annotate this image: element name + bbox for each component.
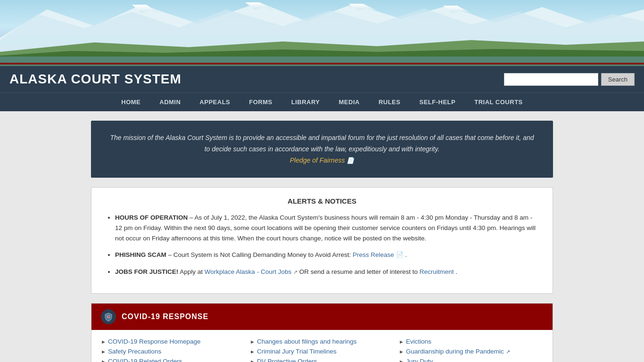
arrow-icon: ► [250,339,255,345]
hero-banner [0,0,644,66]
pledge-link[interactable]: Pledge of Fairness [290,156,345,164]
covid-shield-icon [101,309,116,324]
nav-item-forms[interactable]: FORMS [239,93,281,111]
list-item: ►Safety Precautions [101,346,245,356]
alert-label-phishing: PHISHING SCAM [115,251,166,258]
alert-item-hours: HOURS OF OPERATION – As of July 1, 2022,… [115,213,538,243]
covid-link[interactable]: Safety Precautions [108,348,161,355]
alerts-box: ALERTS & NOTICES HOURS OF OPERATION – As… [91,187,553,293]
covid-col-0: ►COVID-19 Response Homepage►Safety Preca… [101,337,245,362]
alert-label-hours: HOURS OF OPERATION [115,214,188,221]
list-item: ►Guardianship during the Pandemic ↗ [399,346,543,356]
external-icon: ↗ [293,269,297,275]
nav-item-library[interactable]: LIBRARY [282,93,330,111]
arrow-icon: ► [101,339,106,345]
site-title: ALASKA COURT SYSTEM [9,72,182,87]
svg-rect-10 [0,63,644,65]
alert-item-jobs: JOBS FOR JUSTICE! Apply at Workplace Ala… [115,267,538,277]
alert-item-phishing: PHISHING SCAM – Court System is Not Call… [115,250,538,260]
alert-label-jobs: JOBS FOR JUSTICE! [115,268,178,275]
covid-link[interactable]: COVID-19 Related Orders [108,358,182,362]
list-item: ►DV Protective Orders [250,356,394,362]
covid-links: ►COVID-19 Response Homepage►Safety Preca… [91,330,553,362]
covid-link[interactable]: Guardianship during the Pandemic [406,348,504,355]
list-item: ►COVID-19 Response Homepage [101,337,245,346]
covid-link[interactable]: Jury Duty [406,358,433,362]
search-button[interactable]: Search [601,73,635,86]
list-item: ►COVID-19 Related Orders [101,356,245,362]
mission-box: The mission of the Alaska Court System i… [91,121,553,178]
nav-item-rules[interactable]: RULES [369,93,410,111]
covid-link[interactable]: Changes about filings and hearings [257,338,357,345]
covid-title: COVID-19 RESPONSE [122,313,208,321]
recruitment-link[interactable]: Recruitment [420,268,454,275]
arrow-icon: ► [250,349,255,354]
covid-link[interactable]: DV Protective Orders [257,358,317,362]
main-nav: HOMEADMINAPPEALSFORMSLIBRARYMEDIARULESSE… [0,92,644,111]
list-item: ►Criminal Jury Trial Timelines [250,346,394,356]
list-item: ►Evictions [399,337,543,346]
nav-item-admin[interactable]: ADMIN [150,93,190,111]
covid-section: COVID-19 RESPONSE ►COVID-19 Response Hom… [91,303,553,362]
nav-item-home[interactable]: HOME [112,93,150,111]
covid-header: COVID-19 RESPONSE [91,304,553,330]
covid-link[interactable]: Criminal Jury Trial Timelines [257,348,337,355]
alerts-list: HOURS OF OPERATION – As of July 1, 2022,… [106,213,538,277]
alerts-title: ALERTS & NOTICES [106,197,538,205]
arrow-icon: ► [399,339,404,345]
nav-item-media[interactable]: MEDIA [330,93,369,111]
covid-link[interactable]: COVID-19 Response Homepage [108,338,201,345]
covid-link[interactable]: Evictions [406,338,431,345]
nav-item-appeals[interactable]: APPEALS [190,93,239,111]
page-content: The mission of the Alaska Court System i… [86,111,558,362]
list-item: ►Changes about filings and hearings [250,337,394,346]
pdf-icon: 📄 [347,157,354,164]
arrow-icon: ► [101,349,106,354]
search-area: Search [504,73,635,86]
external-link-icon: ↗ [506,349,510,355]
covid-col-2: ►Evictions►Guardianship during the Pande… [399,337,543,362]
mission-text: The mission of the Alaska Court System i… [110,132,534,166]
arrow-icon: ► [250,359,255,362]
arrow-icon: ► [101,359,106,362]
covid-col-1: ►Changes about filings and hearings►Crim… [250,337,394,362]
arrow-icon: ► [399,349,404,354]
press-release-link[interactable]: Press Release [353,251,394,258]
search-input[interactable] [504,73,598,86]
press-release-pdf-icon: 📄 [396,251,404,258]
top-nav-bar: ALASKA COURT SYSTEM Search HOMEADMINAPPE… [0,66,644,111]
arrow-icon: ► [399,359,404,362]
nav-item-trial-courts[interactable]: TRIAL COURTS [465,93,532,111]
nav-item-self-help[interactable]: SELF-HELP [410,93,465,111]
list-item: ►Jury Duty [399,356,543,362]
workplace-alaska-link[interactable]: Workplace Alaska - Court Jobs [205,268,291,275]
